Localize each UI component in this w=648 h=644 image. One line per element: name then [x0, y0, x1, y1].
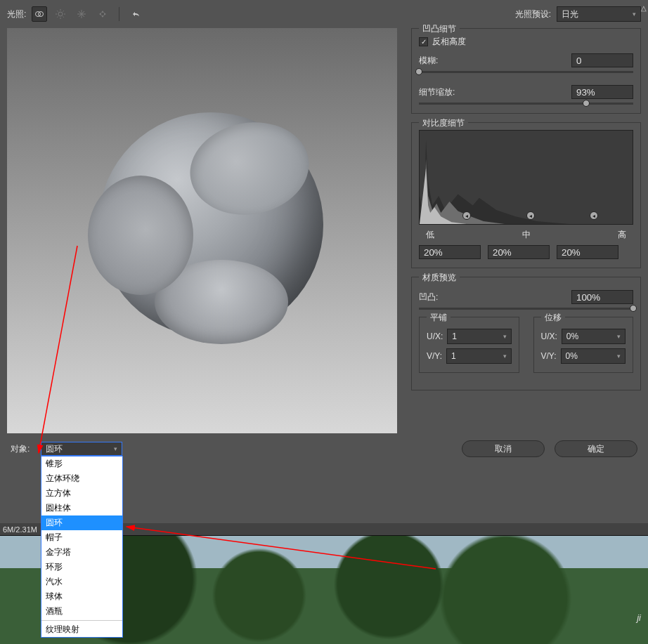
object-value: 圆环 — [46, 443, 63, 455]
light-tool-2[interactable] — [53, 6, 68, 22]
cancel-button[interactable]: 取消 — [462, 440, 545, 457]
displace-vy-label: V/Y: — [541, 351, 557, 361]
contrast-low-label: 低 — [426, 229, 434, 241]
material-title: 材质预览 — [419, 272, 460, 284]
preset-value: 日光 — [562, 8, 578, 20]
object-select[interactable]: 圆环 ▾ — [41, 442, 122, 456]
slider-thumb[interactable] — [583, 100, 590, 107]
watermark-text: ji — [637, 612, 641, 623]
svg-point-2 — [58, 12, 63, 16]
dropdown-item[interactable]: 汽水 — [41, 574, 122, 589]
contrast-title: 对比度细节 — [419, 117, 468, 129]
contrast-mid-label: 中 — [522, 229, 531, 241]
dropdown-item[interactable]: 纹理映射 — [41, 622, 122, 637]
light-tool-4[interactable] — [95, 6, 110, 22]
dropdown-separator — [41, 620, 122, 621]
scroll-indicator: △ — [641, 4, 647, 12]
material-bump-input[interactable] — [571, 290, 633, 304]
histogram-handle-mid[interactable]: ◂ — [526, 211, 535, 220]
chevron-down-icon: ▾ — [617, 353, 621, 360]
material-bump-slider[interactable] — [419, 308, 633, 310]
tile-ux-label: U/X: — [427, 331, 443, 341]
blur-input[interactable] — [571, 53, 633, 67]
contrast-detail-group: 对比度细节 ◂ ◂ ◂ 低 中 高 — [411, 122, 641, 268]
material-preview-group: 材质预览 凹凸: 平铺 U/X: 1▾ V/Y: 1▾ — [411, 277, 641, 390]
chevron-down-icon: ▾ — [617, 333, 621, 340]
preset-label: 光照预设: — [515, 8, 551, 20]
dropdown-item[interactable]: 帽子 — [41, 530, 122, 545]
displace-ux-select[interactable]: 0%▾ — [562, 329, 626, 344]
slider-thumb[interactable] — [630, 305, 637, 312]
checkbox-icon: ✓ — [419, 37, 428, 46]
chevron-down-icon: ▾ — [503, 333, 507, 340]
tile-vy-label: V/Y: — [427, 351, 442, 361]
dropdown-item[interactable]: 锥形 — [41, 456, 122, 471]
light-tool-1[interactable] — [32, 6, 47, 22]
contrast-low-input[interactable] — [419, 245, 481, 259]
contrast-high-input[interactable] — [557, 245, 618, 259]
displace-group: 位移 U/X: 0%▾ V/Y: 0%▾ — [533, 317, 634, 373]
tile-vy-select[interactable]: 1▾ — [446, 348, 511, 364]
lighting-preset-select[interactable]: 日光 ▾ — [557, 6, 641, 22]
dropdown-item[interactable]: 球体 — [41, 589, 122, 604]
blur-slider[interactable] — [419, 71, 633, 73]
dropdown-item[interactable]: 金字塔 — [41, 545, 122, 560]
object-label: 对象: — [11, 443, 30, 455]
dropdown-item[interactable]: 酒瓶 — [41, 604, 122, 619]
bump-detail-group: 凹凸细节 ✓ 反相高度 模糊: 细节缩放: — [411, 28, 641, 114]
invert-height-label: 反相高度 — [432, 36, 466, 48]
contrast-histogram[interactable]: ◂ ◂ ◂ — [419, 130, 633, 225]
chevron-down-icon: ▾ — [503, 353, 507, 360]
lighting-label: 光照: — [7, 8, 26, 20]
chevron-down-icon: ▾ — [633, 11, 636, 18]
displace-title: 位移 — [541, 312, 565, 324]
slider-thumb[interactable] — [415, 68, 422, 75]
bump-detail-title: 凹凸细节 — [419, 23, 460, 35]
object-dropdown-menu[interactable]: 锥形立体环绕立方体圆柱体圆环帽子金字塔环形汽水球体酒瓶纹理映射 — [41, 456, 123, 638]
displace-ux-label: U/X: — [541, 331, 557, 341]
dropdown-item[interactable]: 环形 — [41, 560, 122, 574]
dropdown-item[interactable]: 立方体 — [41, 486, 122, 501]
contrast-high-label: 高 — [618, 229, 626, 241]
preview-viewport[interactable] — [7, 28, 397, 433]
tile-title: 平铺 — [427, 312, 451, 324]
ok-button[interactable]: 确定 — [555, 440, 637, 457]
tile-ux-select[interactable]: 1▾ — [447, 329, 511, 344]
blur-label: 模糊: — [419, 55, 438, 67]
material-bump-label: 凹凸: — [419, 291, 438, 303]
dropdown-item[interactable]: 立体环绕 — [41, 471, 122, 486]
toolbar-divider — [119, 7, 119, 21]
detail-scale-input[interactable] — [571, 85, 633, 99]
undo-button[interactable] — [128, 6, 143, 22]
chevron-down-icon: ▾ — [114, 445, 117, 452]
tile-group: 平铺 U/X: 1▾ V/Y: 1▾ — [419, 317, 519, 373]
histogram-handle-low[interactable]: ◂ — [462, 211, 471, 220]
preview-sphere — [98, 112, 323, 337]
contrast-mid-input[interactable] — [488, 245, 550, 259]
detail-scale-label: 细节缩放: — [419, 86, 455, 98]
invert-height-checkbox[interactable]: ✓ 反相高度 — [419, 36, 633, 48]
dropdown-item[interactable]: 圆柱体 — [41, 501, 122, 515]
light-tool-3[interactable] — [74, 6, 89, 22]
detail-scale-slider[interactable] — [419, 103, 633, 105]
displace-vy-select[interactable]: 0%▾ — [561, 348, 626, 364]
dropdown-item[interactable]: 圆环 — [41, 515, 122, 530]
